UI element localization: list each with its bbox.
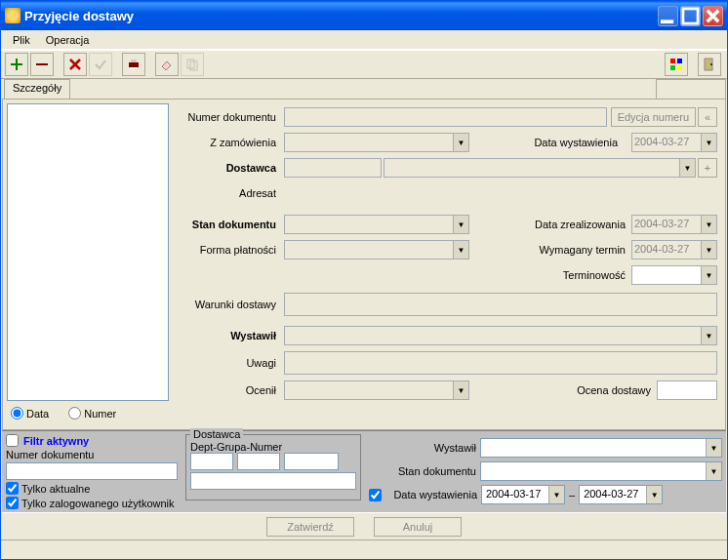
field-ocena-dostawy[interactable] — [657, 380, 717, 400]
filter-dept[interactable] — [190, 453, 233, 470]
checkbox-tylko-aktualne[interactable]: Tylko aktualne — [6, 482, 178, 495]
date-wystawienia[interactable]: 2004-03-27▼ — [631, 133, 717, 152]
minimize-button[interactable] — [658, 6, 678, 26]
filter-dostawca-name[interactable] — [190, 472, 356, 490]
date-zrealizowania[interactable]: 2004-03-27▼ — [631, 215, 717, 234]
radio-data[interactable]: Data — [11, 407, 49, 420]
confirm-button[interactable] — [89, 53, 112, 76]
chevron-down-icon[interactable]: ▼ — [706, 462, 721, 480]
chevron-down-icon[interactable]: ▼ — [701, 216, 716, 233]
chevron-down-icon[interactable]: ▼ — [453, 134, 468, 151]
filter-grupa[interactable] — [237, 453, 280, 470]
group-dostawca: Dostawca Dept-Grupa-Numer — [185, 434, 361, 500]
field-numer-dokumentu[interactable] — [284, 107, 607, 127]
label-data-zrealizowania: Data zrealizowania — [534, 219, 631, 230]
chevron-down-icon[interactable]: ▼ — [646, 486, 662, 503]
dropdown-wystawil[interactable]: ▼ — [284, 326, 717, 345]
filter-numer[interactable] — [284, 453, 339, 470]
chevron-down-icon[interactable]: ▼ — [453, 216, 468, 233]
svg-rect-5 — [129, 62, 139, 67]
print-button[interactable] — [122, 53, 145, 76]
checkbox-tylko-zalogowanego[interactable]: Tylko zalogowanego użytkownik — [6, 497, 178, 509]
close-button[interactable] — [703, 6, 723, 26]
chevron-down-icon[interactable]: ▼ — [701, 266, 716, 284]
filter-field-numer[interactable] — [6, 462, 178, 480]
svg-rect-7 — [131, 67, 137, 69]
dropdown-forma-platnosci[interactable]: ▼ — [284, 240, 469, 260]
content-area: Szczegóły Data Numer Numer dokumentu Edy… — [1, 79, 727, 540]
svg-rect-13 — [677, 65, 682, 70]
remove-button[interactable] — [30, 53, 54, 76]
svg-rect-3 — [11, 63, 22, 65]
erase-button[interactable] — [155, 53, 179, 76]
checkbox-filter-aktywny[interactable] — [6, 434, 19, 447]
filter-panel: Filtr aktywny Numer dokumentu Tylko aktu… — [2, 430, 726, 512]
details-panel: Data Numer Numer dokumentu Edycja numeru… — [2, 99, 726, 430]
svg-rect-0 — [661, 20, 673, 23]
chevron-down-icon[interactable]: ▼ — [679, 159, 695, 177]
submit-button[interactable]: Zatwierdź — [266, 517, 354, 537]
dropdown-dostawca[interactable]: ▼ — [384, 158, 696, 178]
add-dostawca-button[interactable]: + — [698, 158, 717, 178]
tab-spacer — [656, 79, 726, 99]
chevron-down-icon[interactable]: ▼ — [548, 486, 564, 503]
filter-dropdown-stan[interactable]: ▼ — [480, 461, 722, 481]
edit-number-button[interactable]: Edycja numeru — [611, 107, 696, 127]
window-title: Przyjęcie dostawy — [24, 9, 656, 23]
statusbar — [1, 540, 727, 559]
colors-button[interactable] — [665, 53, 688, 76]
label-data-wystawienia: Data wystawienia — [534, 137, 626, 148]
svg-rect-1 — [683, 8, 698, 22]
field-dostawca-code[interactable] — [284, 158, 382, 178]
label-z-zamowienia: Z zamówienia — [177, 137, 284, 148]
chevron-down-icon[interactable]: ▼ — [453, 241, 468, 259]
menu-operation[interactable]: Operacja — [38, 32, 98, 48]
date-wymagany-termin[interactable]: 2004-03-27▼ — [631, 240, 717, 260]
label-ocena-dostawy: Ocena dostawy — [569, 384, 657, 396]
chevron-down-icon[interactable]: ▼ — [701, 327, 716, 344]
chevron-down-icon[interactable]: ▼ — [701, 134, 716, 151]
label-wymagany-termin: Wymagany termin — [534, 244, 631, 256]
chevron-down-icon[interactable]: ▼ — [706, 439, 721, 457]
filter-label-data-wystawienia: Data wystawienia — [385, 489, 477, 500]
checkbox-data-wystawienia[interactable] — [369, 489, 382, 501]
app-icon — [5, 8, 20, 23]
filter-header: Filtr aktywny — [23, 435, 89, 447]
label-uwagi: Uwagi — [177, 357, 284, 369]
svg-rect-6 — [131, 60, 137, 62]
label-warunki-dostawy: Warunki dostawy — [177, 299, 284, 310]
chevron-down-icon[interactable]: ▼ — [453, 381, 468, 399]
svg-rect-12 — [670, 65, 675, 70]
dropdown-stan-dokumentu[interactable]: ▼ — [284, 215, 469, 234]
copy-button[interactable] — [181, 53, 204, 76]
label-dept-grupa-numer: Dept-Grupa-Numer — [190, 441, 356, 453]
filter-date-to[interactable]: 2004-03-27▼ — [579, 485, 663, 504]
dropdown-terminowosc[interactable]: ▼ — [631, 265, 717, 285]
filter-dropdown-wystawil[interactable]: ▼ — [480, 438, 722, 458]
radio-numer[interactable]: Numer — [68, 407, 116, 420]
tab-details[interactable]: Szczegóły — [4, 79, 70, 99]
filter-date-from[interactable]: 2004-03-17▼ — [481, 485, 565, 504]
svg-rect-4 — [36, 63, 48, 65]
button-bar: Zatwierdź Anuluj — [2, 512, 726, 540]
field-warunki-dostawy[interactable] — [284, 293, 717, 316]
dropdown-ocenil[interactable]: ▼ — [284, 380, 469, 400]
dropdown-z-zamowienia[interactable]: ▼ — [284, 133, 469, 152]
main-window: Przyjęcie dostawy Plik Operacja Szczegół… — [0, 0, 728, 560]
exit-button[interactable] — [698, 53, 721, 76]
collapse-button[interactable]: « — [698, 107, 717, 127]
label-numer-dokumentu: Numer dokumentu — [177, 111, 284, 123]
toolbar — [1, 50, 727, 79]
label-dostawca: Dostawca — [177, 162, 284, 174]
cancel-button[interactable]: Anuluj — [374, 517, 462, 537]
svg-rect-11 — [677, 59, 682, 63]
tree-list[interactable] — [7, 103, 169, 401]
menu-file[interactable]: Plik — [5, 32, 38, 48]
maximize-button[interactable] — [680, 6, 701, 26]
label-terminowosc: Terminowość — [534, 269, 631, 281]
label-stan-dokumentu: Stan dokumentu — [177, 219, 284, 230]
chevron-down-icon[interactable]: ▼ — [701, 241, 716, 259]
add-button[interactable] — [5, 53, 28, 76]
field-uwagi[interactable] — [284, 351, 717, 375]
delete-button[interactable] — [63, 53, 87, 76]
